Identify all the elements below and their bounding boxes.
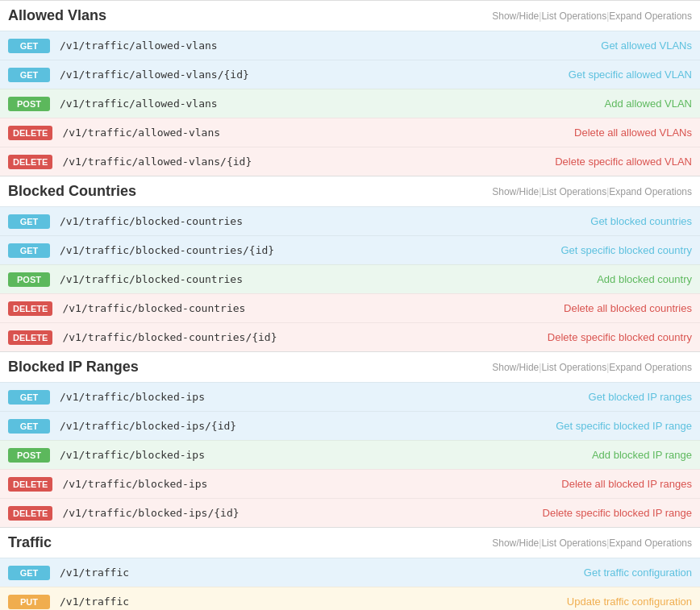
operation-path: /v1/traffic/allowed-vlans	[60, 98, 605, 110]
show-hide-link-allowed-vlans[interactable]: Show/Hide	[492, 10, 539, 22]
section-blocked-countries: Blocked Countries Show/Hide | List Opera…	[0, 176, 700, 351]
section-allowed-vlans: Allowed Vlans Show/Hide | List Operation…	[0, 0, 700, 176]
operation-desc: Get specific blocked country	[560, 244, 692, 256]
operation-path: /v1/traffic/blocked-countries/{id}	[60, 244, 560, 256]
method-badge-get: GET	[8, 566, 50, 580]
list-ops-link-traffic[interactable]: List Operations	[541, 537, 606, 549]
expand-ops-link-blocked-countries[interactable]: Expand Operations	[609, 186, 692, 197]
operation-row[interactable]: GET/v1/traffic/blocked-countriesGet bloc…	[0, 206, 700, 235]
method-badge-post: POST	[8, 448, 50, 463]
operation-desc: Delete specific blocked country	[548, 331, 692, 343]
operation-row[interactable]: POST/v1/traffic/allowed-vlansAdd allowed…	[0, 89, 700, 118]
section-title-blocked-ip-ranges: Blocked IP Ranges	[8, 359, 492, 376]
operation-row[interactable]: DELETE/v1/traffic/blocked-ipsDelete all …	[0, 469, 700, 498]
operation-desc: Delete specific blocked IP range	[543, 507, 692, 519]
method-badge-delete: DELETE	[8, 301, 52, 316]
operation-desc: Get traffic configuration	[584, 566, 692, 579]
show-hide-link-blocked-countries[interactable]: Show/Hide	[492, 186, 539, 197]
expand-ops-link-allowed-vlans[interactable]: Expand Operations	[609, 10, 692, 22]
operation-path: /v1/traffic/blocked-countries/{id}	[62, 331, 547, 343]
operation-path: /v1/traffic/blocked-ips	[60, 449, 592, 461]
operation-row[interactable]: GET/v1/traffic/blocked-ips/{id}Get speci…	[0, 411, 700, 440]
method-badge-get: GET	[8, 419, 50, 434]
expand-ops-link-blocked-ip-ranges[interactable]: Expand Operations	[609, 362, 692, 373]
operation-desc: Get blocked countries	[590, 215, 692, 227]
method-badge-delete: DELETE	[8, 126, 52, 140]
operation-path: /v1/traffic/blocked-countries	[62, 302, 564, 314]
section-controls-blocked-ip-ranges: Show/Hide | List Operations | Expand Ope…	[492, 362, 692, 373]
operation-row[interactable]: DELETE/v1/traffic/allowed-vlans/{id}Dele…	[0, 147, 700, 176]
operation-path: /v1/traffic/allowed-vlans	[60, 39, 601, 52]
operation-desc: Delete all blocked IP ranges	[561, 478, 692, 490]
operation-desc: Delete specific allowed VLAN	[555, 156, 692, 168]
operation-row[interactable]: DELETE/v1/traffic/blocked-countries/{id}…	[0, 322, 700, 351]
method-badge-post: POST	[8, 97, 50, 111]
operation-desc: Get specific allowed VLAN	[569, 68, 692, 81]
operation-row[interactable]: GET/v1/traffic/blocked-countries/{id}Get…	[0, 235, 700, 264]
section-title-traffic: Traffic	[8, 534, 492, 551]
operation-row[interactable]: DELETE/v1/traffic/blocked-ips/{id}Delete…	[0, 498, 700, 527]
section-blocked-ip-ranges: Blocked IP Ranges Show/Hide | List Opera…	[0, 351, 700, 527]
operation-path: /v1/traffic/blocked-countries	[60, 215, 590, 227]
operation-row[interactable]: GET/v1/trafficGet traffic configuration	[0, 558, 700, 587]
operation-row[interactable]: PUT/v1/trafficUpdate traffic configurati…	[0, 587, 700, 610]
show-hide-link-traffic[interactable]: Show/Hide	[492, 537, 539, 549]
operation-path: /v1/traffic/allowed-vlans/{id}	[60, 68, 569, 81]
operation-desc: Add blocked country	[597, 273, 692, 285]
operation-row[interactable]: POST/v1/traffic/blocked-countriesAdd blo…	[0, 264, 700, 293]
operation-path: /v1/traffic/blocked-countries	[60, 273, 597, 285]
operation-row[interactable]: GET/v1/traffic/allowed-vlansGet allowed …	[0, 31, 700, 60]
section-controls-allowed-vlans: Show/Hide | List Operations | Expand Ope…	[492, 10, 692, 22]
expand-ops-link-traffic[interactable]: Expand Operations	[609, 537, 692, 549]
operation-desc: Delete all blocked countries	[564, 302, 692, 314]
operation-path: /v1/traffic/allowed-vlans/{id}	[62, 156, 555, 168]
operation-row[interactable]: GET/v1/traffic/blocked-ipsGet blocked IP…	[0, 382, 700, 411]
operation-path: /v1/traffic/blocked-ips/{id}	[62, 507, 542, 519]
section-title-blocked-countries: Blocked Countries	[8, 183, 492, 200]
show-hide-link-blocked-ip-ranges[interactable]: Show/Hide	[492, 362, 539, 373]
operation-desc: Delete all allowed VLANs	[574, 127, 692, 139]
method-badge-delete: DELETE	[8, 506, 52, 521]
method-badge-get: GET	[8, 214, 50, 229]
operation-desc: Get blocked IP ranges	[589, 391, 692, 403]
operation-path: /v1/traffic/allowed-vlans	[62, 127, 574, 139]
method-badge-post: POST	[8, 272, 50, 287]
operation-path: /v1/traffic	[60, 566, 584, 579]
section-controls-blocked-countries: Show/Hide | List Operations | Expand Ope…	[492, 186, 692, 197]
operation-desc: Add blocked IP range	[592, 449, 692, 461]
operation-desc: Get specific blocked IP range	[556, 420, 692, 432]
operation-path: /v1/traffic/blocked-ips/{id}	[60, 420, 556, 432]
operation-path: /v1/traffic/blocked-ips	[60, 391, 589, 403]
operation-path: /v1/traffic	[60, 595, 567, 608]
method-badge-get: GET	[8, 39, 50, 53]
method-badge-delete: DELETE	[8, 330, 52, 345]
operation-row[interactable]: DELETE/v1/traffic/blocked-countriesDelet…	[0, 293, 700, 322]
list-ops-link-blocked-ip-ranges[interactable]: List Operations	[541, 362, 606, 373]
operation-desc: Get allowed VLANs	[601, 39, 692, 52]
section-traffic: Traffic Show/Hide | List Operations | Ex…	[0, 527, 700, 610]
list-ops-link-allowed-vlans[interactable]: List Operations	[541, 10, 606, 22]
method-badge-delete: DELETE	[8, 477, 52, 492]
operation-desc: Add allowed VLAN	[605, 98, 692, 110]
list-ops-link-blocked-countries[interactable]: List Operations	[541, 186, 606, 197]
method-badge-get: GET	[8, 390, 50, 405]
operation-row[interactable]: POST/v1/traffic/blocked-ipsAdd blocked I…	[0, 440, 700, 469]
method-badge-get: GET	[8, 243, 50, 258]
operation-row[interactable]: DELETE/v1/traffic/allowed-vlansDelete al…	[0, 118, 700, 147]
method-badge-get: GET	[8, 68, 50, 82]
section-title-allowed-vlans: Allowed Vlans	[8, 7, 492, 24]
operation-path: /v1/traffic/blocked-ips	[62, 478, 561, 490]
section-controls-traffic: Show/Hide | List Operations | Expand Ope…	[492, 537, 692, 549]
operation-row[interactable]: GET/v1/traffic/allowed-vlans/{id}Get spe…	[0, 60, 700, 89]
method-badge-delete: DELETE	[8, 155, 52, 169]
method-badge-put: PUT	[8, 595, 50, 609]
operation-desc: Update traffic configuration	[567, 595, 692, 608]
